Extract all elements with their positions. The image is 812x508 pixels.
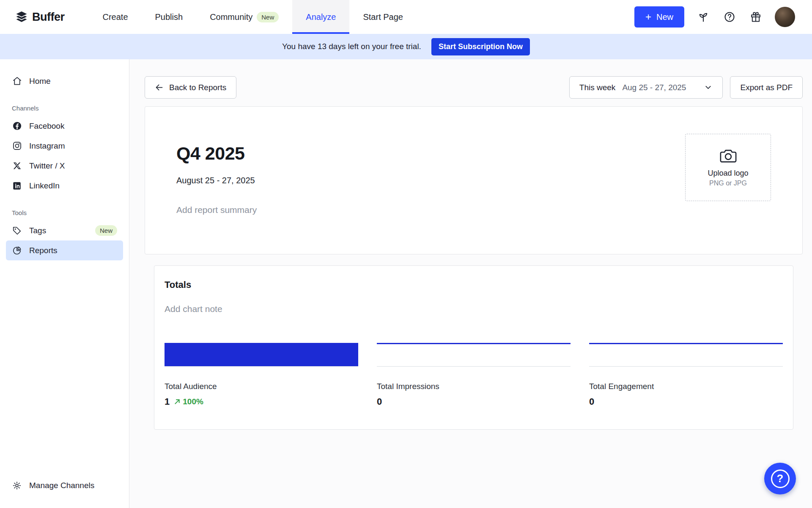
report-toolbar: Back to Reports This week Aug 25 - 27, 2… bbox=[145, 76, 803, 99]
nav-analyze[interactable]: Analyze bbox=[292, 0, 349, 34]
engagement-value: 0 bbox=[589, 396, 594, 407]
impressions-value: 0 bbox=[377, 396, 382, 407]
report-header-text: Q4 2025 August 25 - 27, 2025 Add report … bbox=[176, 143, 257, 215]
nav-community-label: Community bbox=[210, 12, 252, 22]
buffer-logo-icon bbox=[15, 11, 28, 23]
plus-icon: + bbox=[645, 12, 651, 22]
new-badge: New bbox=[257, 12, 279, 22]
sidebar-item-reports[interactable]: Reports bbox=[6, 240, 123, 260]
nav-community[interactable]: Community New bbox=[196, 0, 292, 34]
sidebar-item-linkedin[interactable]: LinkedIn bbox=[6, 176, 123, 196]
pie-chart-icon bbox=[12, 246, 22, 255]
brand-name: Buffer bbox=[32, 11, 65, 24]
audience-chart[interactable] bbox=[165, 343, 358, 367]
user-avatar[interactable] bbox=[775, 7, 795, 27]
sidebar-item-home[interactable]: Home bbox=[6, 71, 123, 91]
buffer-logo[interactable]: Buffer bbox=[15, 0, 65, 34]
date-range-select[interactable]: This week Aug 25 - 27, 2025 bbox=[569, 76, 723, 99]
export-pdf-label: Export as PDF bbox=[740, 83, 793, 92]
period-value: Aug 25 - 27, 2025 bbox=[622, 83, 686, 92]
period-label: This week bbox=[579, 83, 616, 92]
top-nav: Buffer Create Publish Community New Anal… bbox=[0, 0, 812, 34]
back-to-reports-button[interactable]: Back to Reports bbox=[145, 76, 236, 99]
gift-icon[interactable] bbox=[749, 10, 763, 24]
tags-new-badge: New bbox=[95, 225, 117, 236]
trend-up-icon bbox=[174, 398, 181, 405]
instagram-icon bbox=[12, 141, 22, 151]
trial-message: You have 13 days left on your free trial… bbox=[282, 42, 421, 51]
linkedin-icon bbox=[12, 181, 22, 190]
chart-note-placeholder[interactable]: Add chart note bbox=[165, 304, 783, 314]
report-title[interactable]: Q4 2025 bbox=[176, 143, 257, 164]
manage-channels-label: Manage Channels bbox=[29, 481, 94, 490]
totals-card: Totals Add chart note Total Audience 1 bbox=[154, 265, 793, 430]
channels-section-label: Channels bbox=[12, 105, 117, 112]
header-actions: + New bbox=[634, 0, 795, 34]
audience-change: 100% bbox=[183, 397, 203, 406]
gear-icon bbox=[12, 481, 22, 490]
upload-logo-dropzone[interactable]: Upload logo PNG or JPG bbox=[685, 134, 771, 201]
metric-total-impressions: Total Impressions 0 bbox=[377, 343, 571, 407]
new-button-label: New bbox=[656, 12, 673, 22]
report-header-card: Q4 2025 August 25 - 27, 2025 Add report … bbox=[145, 106, 803, 254]
question-mark-icon: ? bbox=[771, 469, 790, 488]
sidebar-item-tags[interactable]: Tags New bbox=[6, 221, 123, 240]
impressions-chart-line bbox=[377, 343, 571, 344]
sidebar-item-manage-channels[interactable]: Manage Channels bbox=[6, 475, 123, 495]
help-icon[interactable] bbox=[722, 10, 737, 24]
new-button[interactable]: + New bbox=[634, 6, 684, 28]
sidebar-twitter-x-label: Twitter / X bbox=[29, 161, 65, 171]
audience-chart-area bbox=[165, 343, 358, 366]
impressions-chart[interactable] bbox=[377, 343, 571, 367]
sidebar-tags-label: Tags bbox=[29, 226, 46, 235]
tools-section-label: Tools bbox=[12, 209, 117, 216]
nav-publish[interactable]: Publish bbox=[142, 0, 197, 34]
sidebar-item-twitter-x[interactable]: Twitter / X bbox=[6, 156, 123, 176]
totals-title: Totals bbox=[165, 279, 783, 290]
metric-total-engagement: Total Engagement 0 bbox=[589, 343, 783, 407]
sidebar-linkedin-label: LinkedIn bbox=[29, 181, 60, 190]
audience-trend: 100% bbox=[174, 397, 203, 406]
sidebar-reports-label: Reports bbox=[29, 246, 58, 255]
trial-banner: You have 13 days left on your free trial… bbox=[0, 34, 812, 59]
home-icon bbox=[12, 76, 22, 86]
report-date-range: August 25 - 27, 2025 bbox=[176, 176, 257, 185]
export-pdf-button[interactable]: Export as PDF bbox=[730, 76, 803, 99]
sidebar-item-facebook[interactable]: Facebook bbox=[6, 116, 123, 136]
upload-logo-hint: PNG or JPG bbox=[709, 179, 747, 187]
sidebar-facebook-label: Facebook bbox=[29, 121, 64, 131]
buffer-app: Buffer Create Publish Community New Anal… bbox=[0, 0, 812, 508]
tag-icon bbox=[12, 226, 22, 235]
nav-start-page[interactable]: Start Page bbox=[349, 0, 417, 34]
start-subscription-button[interactable]: Start Subscription Now bbox=[431, 38, 530, 55]
main-content: Back to Reports This week Aug 25 - 27, 2… bbox=[129, 59, 812, 508]
facebook-icon bbox=[12, 121, 22, 131]
arrow-left-icon bbox=[155, 83, 164, 92]
engagement-chart[interactable] bbox=[589, 343, 783, 367]
chevron-down-icon bbox=[704, 83, 713, 92]
back-to-reports-label: Back to Reports bbox=[169, 83, 226, 92]
impressions-label: Total Impressions bbox=[377, 382, 571, 391]
report-summary-placeholder[interactable]: Add report summary bbox=[176, 205, 257, 215]
main-nav: Create Publish Community New Analyze Sta… bbox=[89, 0, 417, 34]
metrics-row: Total Audience 1 100% bbox=[165, 343, 783, 407]
sidebar: Home Channels Facebook bbox=[0, 59, 129, 508]
sidebar-instagram-label: Instagram bbox=[29, 141, 65, 151]
support-fab[interactable]: ? bbox=[764, 463, 796, 494]
nav-create[interactable]: Create bbox=[89, 0, 142, 34]
camera-icon bbox=[719, 148, 738, 165]
engagement-chart-line bbox=[589, 343, 783, 344]
audience-label: Total Audience bbox=[165, 382, 358, 391]
metric-total-audience: Total Audience 1 100% bbox=[165, 343, 358, 407]
audience-value: 1 bbox=[165, 396, 170, 407]
upload-logo-label: Upload logo bbox=[708, 169, 748, 178]
twitter-x-icon bbox=[12, 161, 22, 170]
sprout-icon[interactable] bbox=[696, 10, 710, 24]
engagement-label: Total Engagement bbox=[589, 382, 783, 391]
sidebar-item-instagram[interactable]: Instagram bbox=[6, 136, 123, 156]
sidebar-home-label: Home bbox=[29, 77, 51, 86]
